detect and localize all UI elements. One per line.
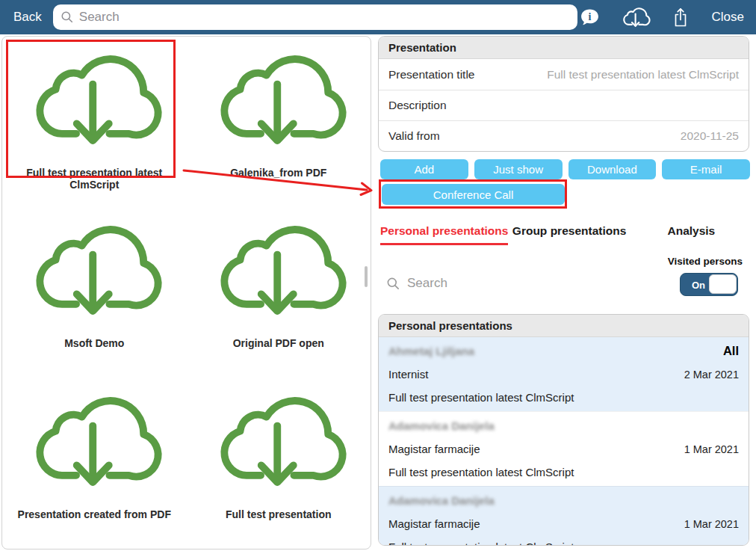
share-icon[interactable] (672, 7, 690, 28)
field-label: Presentation title (388, 68, 474, 81)
library-item-label: Presentation created from PDF (18, 508, 171, 520)
conference-call-row: Conference Call (382, 184, 565, 205)
svg-text:i: i (588, 10, 591, 22)
back-button[interactable]: Back (13, 10, 42, 25)
list-search-input[interactable] (407, 276, 557, 291)
person-name-blurred: Ahmetaj Ljiljana (388, 345, 474, 357)
library-item-label: Original PDF open (233, 337, 324, 349)
library-item-galenika[interactable]: Galenika_from PDF (187, 37, 371, 207)
list-badge-all: All (723, 344, 739, 358)
library-item-label: Galenika_from PDF (230, 167, 326, 179)
cloud-download-icon (208, 215, 350, 325)
download-button[interactable]: Download (568, 159, 657, 179)
field-label: Valid from (388, 129, 440, 143)
tab-personal-presentations[interactable]: Personal presentations (380, 224, 508, 245)
field-valid-from: Valid from 2020-11-25 (379, 120, 749, 151)
field-description: Description (379, 90, 749, 120)
search-icon (386, 277, 400, 291)
library-item-created-from-pdf[interactable]: Presentation created from PDF (2, 378, 187, 549)
list-item[interactable]: Adamovica Danijela Magistar farmacije 1 … (379, 486, 749, 546)
presentation-name: Full test presentation latest ClmScript (388, 466, 574, 478)
library-item-msoft-demo[interactable]: Msoft Demo (2, 207, 187, 378)
field-presentation-title: Presentation title Full test presentatio… (379, 59, 749, 90)
person-name-blurred: Adamovica Danijela (388, 419, 495, 432)
library-item-full-test[interactable]: Full test presentation (187, 378, 371, 549)
library-item-label: Msoft Demo (64, 337, 124, 349)
library-item-original-pdf[interactable]: Original PDF open (187, 207, 371, 378)
close-button[interactable]: Close (712, 10, 744, 25)
list-header: Personal presentations (379, 315, 749, 337)
visit-date: 1 Mar 2021 (684, 443, 739, 455)
cloud-download-icon (23, 215, 165, 325)
search-icon (61, 10, 74, 24)
tab-analysis[interactable]: Analysis (667, 224, 715, 245)
visited-persons-toggle[interactable]: On (680, 273, 738, 296)
cloud-download-icon (23, 44, 165, 155)
presentation-info-card: Presentation Presentation title Full tes… (378, 36, 749, 152)
presentation-library-panel: Full test presentation latest ClmScript … (1, 36, 371, 550)
list-item[interactable]: Adamovica Danijela Magistar farmacije 1 … (379, 411, 749, 486)
presentation-card-header: Presentation (379, 37, 749, 59)
action-buttons-row: Add Just show Download E-mail (380, 159, 750, 179)
person-role: Magistar farmacije (388, 443, 480, 455)
list-search-field[interactable] (386, 276, 557, 291)
cloud-download-icon (208, 386, 350, 496)
field-label: Description (388, 99, 447, 112)
info-icon[interactable]: i (580, 7, 600, 28)
top-navbar: Back i Close (0, 0, 756, 34)
global-search-input[interactable] (79, 10, 570, 25)
add-button[interactable]: Add (380, 159, 468, 179)
presentation-title-value[interactable]: Full test presentation latest ClmScript (547, 68, 739, 81)
visit-date: 2 Mar 2021 (684, 369, 739, 381)
visit-date: 1 Mar 2021 (684, 518, 739, 530)
valid-from-value[interactable]: 2020-11-25 (681, 129, 739, 143)
details-panel: Presentation Presentation title Full tes… (378, 36, 753, 551)
library-item-label: Full test presentation (226, 508, 332, 520)
toggle-on-label: On (692, 279, 705, 290)
personal-presentations-list: Personal presentations Ahmetaj Ljiljana … (378, 314, 749, 546)
cloud-download-icon (208, 44, 350, 155)
toggle-knob (709, 274, 737, 294)
email-button[interactable]: E-mail (662, 159, 750, 179)
library-item-label: Full test presentation latest ClmScript (4, 167, 184, 191)
list-item[interactable]: Ahmetaj Ljiljana All Internist 2 Mar 202… (379, 337, 749, 411)
just-show-button[interactable]: Just show (474, 159, 563, 179)
global-search-field[interactable] (53, 4, 577, 30)
tab-group-presentations[interactable]: Group presentations (512, 224, 626, 245)
presentation-name: Full test presentation latest ClmScript (388, 391, 574, 404)
person-role: Magistar farmacije (388, 517, 480, 530)
conference-call-button[interactable]: Conference Call (382, 184, 565, 205)
cloud-download-icon[interactable] (621, 5, 651, 29)
visited-persons-label: Visited persons (668, 256, 743, 267)
person-role: Internist (388, 368, 428, 381)
presentation-tabs: Personal presentations Group presentatio… (380, 224, 752, 245)
person-name-blurred: Adamovica Danijela (388, 494, 495, 507)
cloud-download-icon (23, 386, 165, 496)
presentation-name: Full test presentation latest ClmScript (388, 541, 574, 546)
library-scrollbar (365, 266, 368, 287)
library-item-full-test-latest[interactable]: Full test presentation latest ClmScript (2, 37, 187, 207)
